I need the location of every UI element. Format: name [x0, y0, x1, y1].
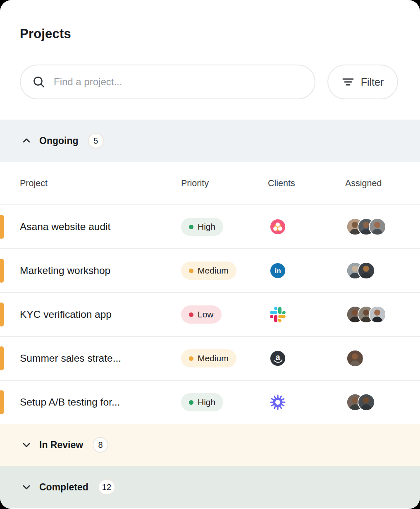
- priority-dot: [189, 400, 193, 405]
- client-amazon-icon: a: [270, 351, 286, 366]
- avatar: [358, 394, 375, 411]
- toolbar: Filter: [0, 65, 420, 99]
- priority-badge: Medium: [181, 349, 236, 367]
- table-row[interactable]: Marketing workshopMedium in: [0, 249, 420, 292]
- assigned-avatars: [346, 306, 386, 323]
- priority-dot: [189, 269, 193, 273]
- priority-badge: High: [181, 218, 223, 236]
- filter-icon: [342, 77, 354, 87]
- project-name: KYC verification app: [20, 309, 112, 320]
- chevron-down-icon[interactable]: [21, 482, 31, 492]
- svg-text:in: in: [274, 267, 281, 275]
- avatar: [369, 306, 386, 323]
- priority-cell: Medium: [181, 349, 236, 367]
- client-linkedin-icon: in: [270, 263, 286, 279]
- assigned-avatars: [346, 262, 375, 279]
- priority-label: High: [198, 397, 215, 407]
- column-header-assigned: Assigned: [345, 178, 382, 188]
- project-name: Summer sales strate...: [20, 353, 121, 364]
- row-status-marker: [0, 259, 4, 283]
- avatar: [358, 262, 375, 279]
- priority-badge: High: [181, 393, 223, 411]
- priority-dot: [189, 225, 193, 229]
- priority-badge: Low: [181, 305, 222, 324]
- page-title: Projects: [20, 26, 400, 41]
- projects-panel: Projects Filter Ongoing 5: [0, 0, 420, 509]
- column-header-priority: Priority: [181, 178, 209, 188]
- priority-label: Low: [198, 310, 214, 319]
- column-header-clients: Clients: [268, 178, 295, 188]
- page-header: Projects: [0, 0, 420, 41]
- projects-table-body: Asana website auditHigh Marketing worksh…: [0, 205, 420, 424]
- priority-dot: [189, 356, 193, 361]
- chevron-down-icon[interactable]: [21, 440, 31, 450]
- priority-label: Medium: [198, 353, 229, 363]
- avatar: [369, 218, 386, 235]
- filter-button[interactable]: Filter: [327, 65, 398, 99]
- search-input[interactable]: [54, 76, 303, 88]
- table-row[interactable]: KYC verification appLow: [0, 293, 420, 336]
- priority-cell: High: [181, 393, 223, 411]
- filter-label: Filter: [361, 76, 384, 88]
- section-count-badge: 8: [93, 437, 108, 453]
- column-header-project: Project: [20, 178, 48, 188]
- section-label: Ongoing: [39, 135, 79, 146]
- avatar: [346, 350, 364, 367]
- assigned-avatars: [346, 350, 364, 367]
- row-status-marker: [0, 303, 4, 327]
- section-label: Completed: [39, 482, 88, 493]
- row-status-marker: [0, 346, 4, 370]
- project-name: Asana website audit: [20, 221, 110, 233]
- assigned-avatars: [346, 218, 386, 235]
- priority-cell: Medium: [181, 262, 236, 280]
- priority-cell: Low: [181, 305, 222, 324]
- svg-text:a: a: [275, 353, 280, 362]
- table-row[interactable]: Setup A/B testing for...High: [0, 381, 420, 424]
- chevron-up-icon[interactable]: [21, 136, 31, 146]
- priority-cell: High: [181, 218, 223, 236]
- client-loom-icon: [270, 394, 286, 410]
- table-header: Project Priority Clients Assigned: [0, 162, 420, 204]
- section-header-completed[interactable]: Completed 12: [0, 466, 420, 508]
- search-icon: [32, 75, 45, 89]
- priority-label: Medium: [198, 266, 229, 276]
- project-name: Setup A/B testing for...: [20, 396, 120, 408]
- section-label: In Review: [39, 439, 83, 451]
- search-box[interactable]: [20, 65, 315, 99]
- priority-badge: Medium: [181, 262, 236, 280]
- priority-dot: [189, 312, 193, 317]
- priority-label: High: [198, 222, 215, 232]
- section-header-ongoing[interactable]: Ongoing 5: [0, 120, 420, 162]
- section-header-in-review[interactable]: In Review 8: [0, 424, 420, 466]
- section-count-badge: 12: [98, 479, 115, 495]
- row-status-marker: [0, 215, 4, 239]
- table-row[interactable]: Summer sales strate...Medium a: [0, 337, 420, 380]
- client-asana-icon: [270, 219, 286, 235]
- project-name: Marketing workshop: [20, 265, 110, 276]
- assigned-avatars: [346, 394, 375, 411]
- row-status-marker: [0, 390, 4, 414]
- client-slack-icon: [270, 307, 286, 322]
- section-count-badge: 5: [88, 133, 104, 149]
- table-row[interactable]: Asana website auditHigh: [0, 205, 420, 248]
